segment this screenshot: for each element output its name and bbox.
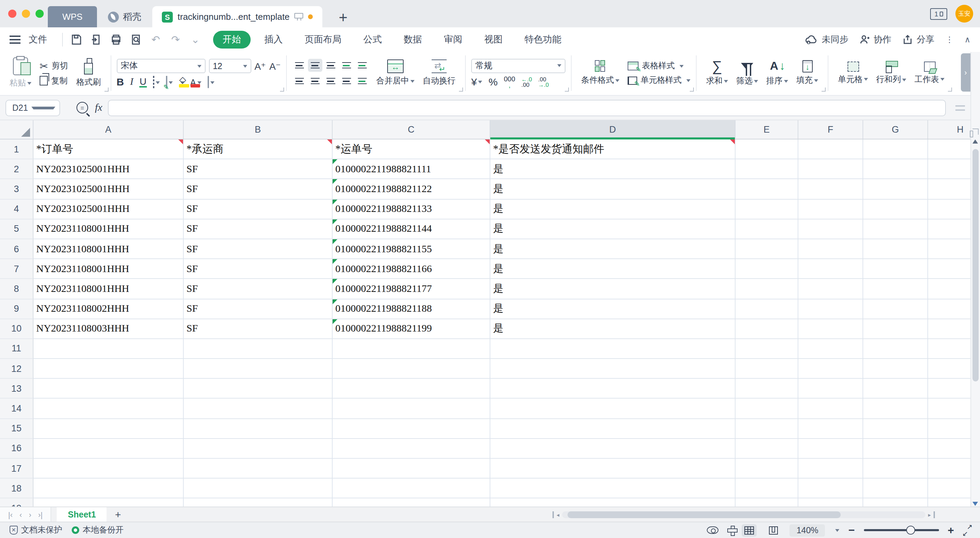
fill-button[interactable]: 填充 [792,60,822,86]
currency-format-button[interactable]: ¥ [471,75,482,88]
format-painter-button[interactable]: 格式刷 [72,58,105,88]
account-avatar[interactable]: 玉安 [955,5,973,22]
cell-F9[interactable] [798,299,863,319]
row-header-4[interactable]: 4 [0,199,33,219]
collapse-ribbon-icon[interactable]: ∧ [964,35,970,44]
cell-A18[interactable] [33,479,184,498]
row-header-7[interactable]: 7 [0,259,33,279]
scroll-down-arrow[interactable] [972,502,978,506]
add-sheet-button[interactable]: + [115,509,121,520]
fullscreen-icon[interactable] [963,526,972,535]
share-button[interactable]: 分享 [902,33,934,45]
vertical-scrollbar[interactable] [972,139,978,506]
row-header-3[interactable]: 3 [0,179,33,199]
cell-B8[interactable]: SF [184,279,332,299]
cell-G9[interactable] [863,299,928,319]
cell-D14[interactable] [490,399,735,419]
cell-G1[interactable] [863,139,928,159]
cell-B1[interactable]: *承运商 [184,139,332,159]
cell-C9[interactable]: 0100002211988821188 [332,299,490,319]
cell-B4[interactable]: SF [184,199,332,219]
cell-C5[interactable]: 0100002211988821144 [332,219,490,239]
cell-C4[interactable]: 0100002211988821133 [332,199,490,219]
cell-A9[interactable]: NY20231108002HHH [33,299,184,319]
font-name-select[interactable]: 宋体 [116,59,205,73]
merge-center-button[interactable]: 合并居中 [372,59,418,87]
cell-E10[interactable] [735,319,798,339]
cell-E8[interactable] [735,279,798,299]
cell-E13[interactable] [735,379,798,399]
cell-C3[interactable]: 0100002211988821122 [332,179,490,199]
cell-E18[interactable] [735,479,798,498]
cell-A11[interactable] [33,339,184,359]
font-size-select[interactable]: 12 [208,59,251,73]
tab-formulas[interactable]: 公式 [355,30,390,48]
horizontal-scrollbar[interactable]: ◂ ▸ [552,510,935,520]
first-sheet-button[interactable]: |‹ [8,510,13,519]
cell-G11[interactable] [863,339,928,359]
cell-E7[interactable] [735,259,798,279]
cell-A4[interactable]: NY20231025001HHH [33,199,184,219]
cell-C13[interactable] [332,379,490,399]
cell-F6[interactable] [798,239,863,259]
cell-A3[interactable]: NY20231025001HHH [33,179,184,199]
cell-E15[interactable] [735,419,798,439]
cell-D4[interactable]: 是 [490,199,735,219]
cell-B19[interactable] [184,499,332,506]
bold-button[interactable]: B [116,76,124,88]
zoom-slider-knob[interactable] [907,525,915,534]
cell-E4[interactable] [735,199,798,219]
fill-color-button[interactable] [178,76,184,87]
cell-G5[interactable] [863,219,928,239]
window-switch-icon[interactable]: 1 [930,8,947,19]
row-header-5[interactable]: 5 [0,219,33,239]
sidebar-layout-icon[interactable] [972,129,978,135]
cell-B11[interactable] [184,339,332,359]
page-break-view-button[interactable] [766,524,781,536]
cell-B9[interactable]: SF [184,299,332,319]
last-sheet-button[interactable]: ›| [38,510,43,519]
number-format-select[interactable]: 常规 [471,59,565,73]
cell-D5[interactable]: 是 [490,219,735,239]
selection-pane-button[interactable] [728,525,733,535]
cell-B5[interactable]: SF [184,219,332,239]
column-header-F[interactable]: F [798,120,863,139]
cell-D3[interactable]: 是 [490,179,735,199]
more-menu-icon[interactable]: ⋮ [945,35,953,44]
cell-G19[interactable] [863,499,928,506]
cell-A1[interactable]: *订单号 [33,139,184,159]
cell-C17[interactable] [332,459,490,479]
cell-F3[interactable] [798,179,863,199]
zoom-slider[interactable] [864,529,939,531]
print-button[interactable] [108,31,124,48]
wrap-text-button[interactable]: 自动换行 [418,59,460,87]
cell-G12[interactable] [863,359,928,379]
row-header-19[interactable]: 19 [0,499,33,506]
cell-C19[interactable] [332,499,490,506]
cell-D15[interactable] [490,419,735,439]
table-style-button[interactable]: 表格样式 [628,60,690,72]
row-header-12[interactable]: 12 [0,359,33,379]
tab-home[interactable]: 开始 [213,30,251,48]
cell-A6[interactable]: NY20231108001HHH [33,239,184,259]
sync-status[interactable]: 未同步 [805,33,848,45]
cell-D17[interactable] [490,459,735,479]
shrink-font-button[interactable]: A⁻ [269,61,281,72]
decrease-decimal-button[interactable]: .00→.0 [538,76,549,87]
conditional-format-button[interactable]: 条件格式 [577,60,624,86]
sum-button[interactable]: ∑ 求和 [702,59,732,87]
formula-bar-resize-handle[interactable] [955,105,965,110]
copy-button[interactable]: 复制 [40,75,68,86]
column-header-G[interactable]: G [863,120,928,139]
docer-tab[interactable]: 稻壳 [97,6,152,27]
wps-home-tab[interactable]: WPS [48,6,97,27]
cell-G6[interactable] [863,239,928,259]
close-window-button[interactable] [8,10,16,18]
redo-button[interactable]: ↷ [167,31,184,48]
row-header-2[interactable]: 2 [0,159,33,179]
cell-D18[interactable] [490,479,735,498]
cell-E3[interactable] [735,179,798,199]
cell-G17[interactable] [863,459,928,479]
cell-F16[interactable] [798,439,863,459]
cell-H14[interactable] [928,399,970,419]
